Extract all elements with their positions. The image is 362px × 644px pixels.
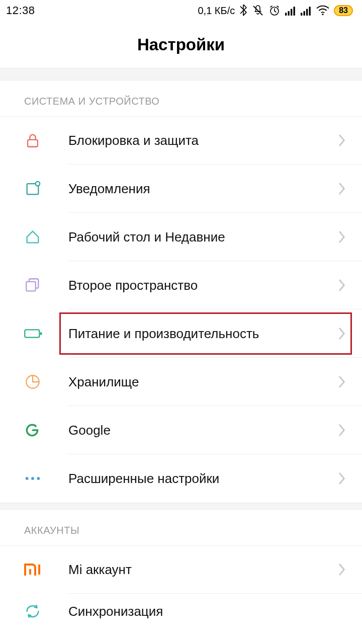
chevron-right-icon [338, 424, 346, 437]
bluetooth-icon [239, 5, 247, 17]
mi-logo-icon [24, 564, 42, 576]
svg-rect-8 [306, 9, 308, 16]
row-label: Второе пространство [68, 278, 338, 293]
app-header: Настройки [0, 21, 362, 68]
row-label: Питание и производительность [68, 326, 338, 342]
status-bar: 12:38 0,1 КБ/с 83 [0, 0, 362, 21]
svg-point-20 [31, 477, 34, 480]
chevron-right-icon [338, 182, 346, 195]
svg-point-19 [26, 477, 29, 480]
row-google[interactable]: Google [0, 406, 362, 454]
section-header-system: СИСТЕМА И УСТРОЙСТВО [0, 80, 362, 116]
battery-percent: 83 [339, 6, 348, 15]
chevron-right-icon [338, 563, 346, 576]
mute-icon [252, 5, 264, 17]
row-mi-account[interactable]: Mi аккаунт [0, 545, 362, 594]
row-label: Хранилище [68, 374, 338, 390]
lock-icon [24, 132, 41, 149]
svg-rect-4 [291, 9, 292, 16]
row-label: Блокировка и защита [68, 133, 338, 148]
chevron-right-icon [338, 134, 346, 147]
svg-rect-9 [309, 7, 311, 16]
wifi-icon [316, 6, 329, 16]
status-time: 12:38 [6, 4, 35, 17]
svg-rect-2 [285, 13, 287, 16]
row-lock-security[interactable]: Блокировка и защита [0, 116, 362, 165]
svg-point-21 [37, 477, 40, 480]
home-icon [24, 228, 41, 246]
row-second-space[interactable]: Второе пространство [0, 261, 362, 309]
row-notifications[interactable]: Уведомления [0, 165, 362, 213]
chevron-right-icon [338, 472, 346, 485]
row-label: Расширенные настройки [68, 471, 338, 487]
battery-indicator: 83 [334, 5, 353, 16]
section-gap [0, 503, 362, 510]
chevron-right-icon [338, 375, 346, 388]
sync-icon [24, 603, 41, 620]
row-label: Уведомления [68, 181, 338, 197]
row-advanced-settings[interactable]: Расширенные настройки [0, 454, 362, 503]
chevron-right-icon [338, 230, 346, 244]
svg-rect-16 [25, 330, 39, 337]
row-label: Mi аккаунт [68, 562, 338, 578]
alarm-icon [268, 5, 281, 17]
svg-rect-17 [40, 332, 42, 335]
svg-rect-11 [28, 140, 38, 147]
section-header-accounts: АККАУНТЫ [0, 510, 362, 545]
settings-list-accounts: Mi аккаунт Синхронизация [0, 545, 362, 629]
notifications-icon [24, 180, 41, 197]
svg-rect-7 [304, 11, 305, 16]
signal-1-icon [285, 6, 296, 16]
google-icon [24, 422, 40, 438]
row-label: Рабочий стол и Недавние [68, 229, 338, 245]
row-storage[interactable]: Хранилище [0, 358, 362, 406]
svg-rect-5 [294, 7, 295, 16]
row-home-recents[interactable]: Рабочий стол и Недавние [0, 213, 362, 261]
svg-point-10 [322, 14, 324, 15]
section-gap [0, 68, 362, 80]
settings-list-system: Блокировка и защита Уведомления Рабочий … [0, 116, 362, 503]
row-sync[interactable]: Синхронизация [0, 594, 362, 629]
battery-icon [24, 327, 43, 340]
chevron-right-icon [338, 327, 346, 340]
svg-rect-6 [301, 13, 302, 16]
svg-rect-23 [38, 565, 40, 575]
chevron-right-icon [338, 279, 346, 292]
second-space-icon [24, 277, 41, 294]
status-right: 0,1 КБ/с 83 [198, 5, 353, 17]
svg-rect-15 [26, 282, 35, 291]
more-icon [24, 476, 41, 481]
svg-rect-22 [29, 569, 31, 575]
row-label: Google [68, 423, 338, 438]
page-title: Настройки [137, 35, 225, 54]
signal-2-icon [301, 6, 312, 16]
storage-icon [24, 373, 41, 390]
row-battery-performance[interactable]: Питание и производительность [0, 309, 362, 358]
svg-point-13 [36, 182, 40, 186]
row-label: Синхронизация [68, 604, 338, 619]
status-data-rate: 0,1 КБ/с [198, 5, 235, 17]
svg-rect-3 [288, 11, 290, 16]
